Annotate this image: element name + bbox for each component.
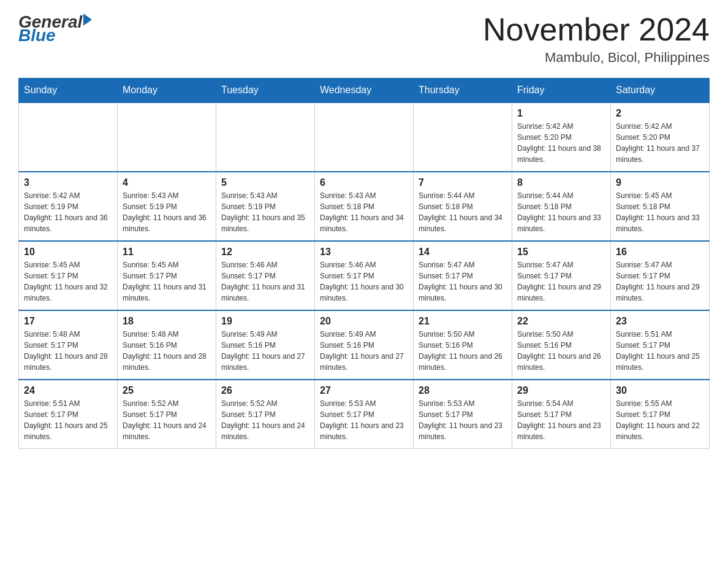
day-info: Sunrise: 5:45 AMSunset: 5:17 PMDaylight:… [24,259,112,304]
day-cell [216,102,315,172]
day-info: Sunrise: 5:44 AMSunset: 5:18 PMDaylight:… [517,190,605,234]
day-cell: 29Sunrise: 5:54 AMSunset: 5:17 PMDayligh… [512,380,611,449]
day-cell [414,102,512,172]
week-row-4: 17Sunrise: 5:48 AMSunset: 5:17 PMDayligh… [19,310,710,380]
col-monday: Monday [118,79,216,103]
day-cell: 19Sunrise: 5:49 AMSunset: 5:16 PMDayligh… [216,310,315,380]
day-info: Sunrise: 5:42 AMSunset: 5:19 PMDaylight:… [24,190,112,234]
calendar-header: Sunday Monday Tuesday Wednesday Thursday… [19,79,710,103]
logo-arrow-icon [83,13,92,26]
day-info: Sunrise: 5:47 AMSunset: 5:17 PMDaylight:… [517,259,605,304]
day-cell [19,102,118,172]
day-number: 15 [517,247,605,258]
day-cell: 20Sunrise: 5:49 AMSunset: 5:16 PMDayligh… [315,310,414,380]
calendar-body: 1Sunrise: 5:42 AMSunset: 5:20 PMDaylight… [19,102,710,449]
week-row-2: 3Sunrise: 5:42 AMSunset: 5:19 PMDaylight… [19,172,710,241]
day-cell: 4Sunrise: 5:43 AMSunset: 5:19 PMDaylight… [118,172,216,241]
day-info: Sunrise: 5:55 AMSunset: 5:17 PMDaylight:… [616,398,704,442]
day-number: 21 [419,316,507,327]
day-info: Sunrise: 5:48 AMSunset: 5:17 PMDaylight:… [24,329,112,373]
day-number: 1 [517,108,605,119]
day-cell: 18Sunrise: 5:48 AMSunset: 5:16 PMDayligh… [118,310,216,380]
day-number: 3 [24,177,112,188]
day-info: Sunrise: 5:50 AMSunset: 5:16 PMDaylight:… [517,329,605,373]
day-number: 13 [320,247,408,258]
day-cell: 9Sunrise: 5:45 AMSunset: 5:18 PMDaylight… [611,172,710,241]
day-cell: 11Sunrise: 5:45 AMSunset: 5:17 PMDayligh… [118,241,216,310]
day-number: 11 [123,247,211,258]
col-friday: Friday [512,79,611,103]
day-number: 17 [24,316,112,327]
day-number: 8 [517,177,605,188]
day-cell: 23Sunrise: 5:51 AMSunset: 5:17 PMDayligh… [611,310,710,380]
day-info: Sunrise: 5:43 AMSunset: 5:19 PMDaylight:… [221,190,309,234]
day-cell: 5Sunrise: 5:43 AMSunset: 5:19 PMDaylight… [216,172,315,241]
day-cell: 3Sunrise: 5:42 AMSunset: 5:19 PMDaylight… [19,172,118,241]
day-number: 23 [616,316,704,327]
day-cell: 27Sunrise: 5:53 AMSunset: 5:17 PMDayligh… [315,380,414,449]
logo: General Blue [18,12,92,45]
day-info: Sunrise: 5:43 AMSunset: 5:18 PMDaylight:… [320,190,408,234]
day-cell: 12Sunrise: 5:46 AMSunset: 5:17 PMDayligh… [216,241,315,310]
day-number: 28 [419,385,507,396]
day-cell: 21Sunrise: 5:50 AMSunset: 5:16 PMDayligh… [414,310,512,380]
day-info: Sunrise: 5:42 AMSunset: 5:20 PMDaylight:… [517,121,605,165]
day-info: Sunrise: 5:45 AMSunset: 5:17 PMDaylight:… [123,259,211,304]
day-cell: 30Sunrise: 5:55 AMSunset: 5:17 PMDayligh… [611,380,710,449]
location-subtitle: Mambulo, Bicol, Philippines [483,50,710,66]
day-cell: 7Sunrise: 5:44 AMSunset: 5:18 PMDaylight… [414,172,512,241]
day-info: Sunrise: 5:46 AMSunset: 5:17 PMDaylight:… [320,259,408,304]
day-cell: 2Sunrise: 5:42 AMSunset: 5:20 PMDaylight… [611,102,710,172]
day-cell: 15Sunrise: 5:47 AMSunset: 5:17 PMDayligh… [512,241,611,310]
day-number: 18 [123,316,211,327]
day-number: 7 [419,177,507,188]
day-info: Sunrise: 5:51 AMSunset: 5:17 PMDaylight:… [24,398,112,442]
day-cell: 17Sunrise: 5:48 AMSunset: 5:17 PMDayligh… [19,310,118,380]
header: General Blue November 2024 Mambulo, Bico… [18,12,710,66]
day-cell: 25Sunrise: 5:52 AMSunset: 5:17 PMDayligh… [118,380,216,449]
day-number: 12 [221,247,309,258]
col-sunday: Sunday [19,79,118,103]
day-number: 29 [517,385,605,396]
day-info: Sunrise: 5:49 AMSunset: 5:16 PMDaylight:… [221,329,309,373]
day-info: Sunrise: 5:52 AMSunset: 5:17 PMDaylight:… [123,398,211,442]
day-number: 27 [320,385,408,396]
col-thursday: Thursday [414,79,512,103]
day-info: Sunrise: 5:48 AMSunset: 5:16 PMDaylight:… [123,329,211,373]
col-saturday: Saturday [611,79,710,103]
day-number: 20 [320,316,408,327]
day-number: 4 [123,177,211,188]
day-cell: 28Sunrise: 5:53 AMSunset: 5:17 PMDayligh… [414,380,512,449]
day-number: 26 [221,385,309,396]
logo-blue-text: Blue [18,26,56,45]
calendar-table: Sunday Monday Tuesday Wednesday Thursday… [18,78,710,449]
day-cell: 10Sunrise: 5:45 AMSunset: 5:17 PMDayligh… [19,241,118,310]
day-cell: 13Sunrise: 5:46 AMSunset: 5:17 PMDayligh… [315,241,414,310]
week-row-3: 10Sunrise: 5:45 AMSunset: 5:17 PMDayligh… [19,241,710,310]
col-wednesday: Wednesday [315,79,414,103]
day-cell: 1Sunrise: 5:42 AMSunset: 5:20 PMDaylight… [512,102,611,172]
day-info: Sunrise: 5:49 AMSunset: 5:16 PMDaylight:… [320,329,408,373]
day-cell: 22Sunrise: 5:50 AMSunset: 5:16 PMDayligh… [512,310,611,380]
day-cell [315,102,414,172]
day-info: Sunrise: 5:53 AMSunset: 5:17 PMDaylight:… [419,398,507,442]
day-info: Sunrise: 5:46 AMSunset: 5:17 PMDaylight:… [221,259,309,304]
day-cell: 6Sunrise: 5:43 AMSunset: 5:18 PMDaylight… [315,172,414,241]
day-info: Sunrise: 5:50 AMSunset: 5:16 PMDaylight:… [419,329,507,373]
day-cell: 24Sunrise: 5:51 AMSunset: 5:17 PMDayligh… [19,380,118,449]
day-number: 30 [616,385,704,396]
day-number: 22 [517,316,605,327]
day-info: Sunrise: 5:44 AMSunset: 5:18 PMDaylight:… [419,190,507,234]
day-number: 24 [24,385,112,396]
day-info: Sunrise: 5:42 AMSunset: 5:20 PMDaylight:… [616,121,704,165]
week-row-1: 1Sunrise: 5:42 AMSunset: 5:20 PMDaylight… [19,102,710,172]
week-row-5: 24Sunrise: 5:51 AMSunset: 5:17 PMDayligh… [19,380,710,449]
day-info: Sunrise: 5:45 AMSunset: 5:18 PMDaylight:… [616,190,704,234]
day-number: 14 [419,247,507,258]
header-row: Sunday Monday Tuesday Wednesday Thursday… [19,79,710,103]
title-area: November 2024 Mambulo, Bicol, Philippine… [483,12,710,66]
day-info: Sunrise: 5:54 AMSunset: 5:17 PMDaylight:… [517,398,605,442]
day-info: Sunrise: 5:47 AMSunset: 5:17 PMDaylight:… [419,259,507,304]
day-info: Sunrise: 5:51 AMSunset: 5:17 PMDaylight:… [616,329,704,373]
month-title: November 2024 [483,12,710,47]
